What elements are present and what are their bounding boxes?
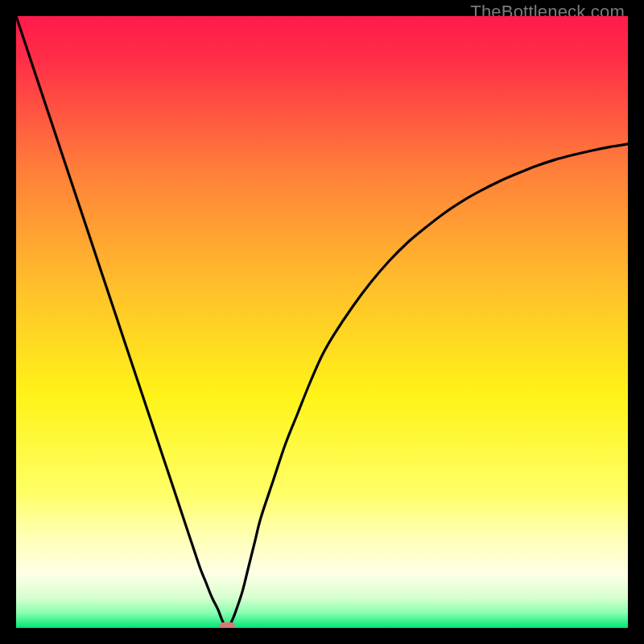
svg-rect-0 [219,622,235,628]
notch-marker [219,622,235,628]
gradient-background [16,16,628,628]
bottleneck-chart [16,16,628,628]
chart-frame [16,16,628,628]
